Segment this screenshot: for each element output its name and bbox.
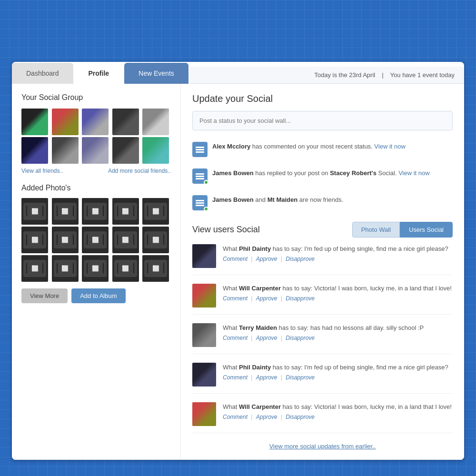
post-2-content: What Will Carpenter has to say: Victoria… <box>223 284 453 302</box>
post-1-disapprove[interactable]: Disapprove <box>286 256 315 262</box>
svg-rect-43 <box>147 263 164 274</box>
post-1-avatar[interactable] <box>192 244 216 268</box>
post-2-actions: Comment | Approve | Disapprove <box>223 295 453 302</box>
tab-profile[interactable]: Profile <box>74 62 124 84</box>
view-all-friends-link[interactable]: View all friends.. <box>21 168 63 174</box>
svg-rect-4 <box>57 206 74 217</box>
view-more-social-link[interactable]: View more social updates from earlier.. <box>269 443 376 450</box>
post-2-body: Victoria! I was born, lucky me, in a lan… <box>314 285 452 292</box>
post-3-disapprove[interactable]: Disapprove <box>286 335 315 341</box>
post-4-avatar[interactable] <box>192 363 216 387</box>
post-4-approve[interactable]: Approve <box>256 374 278 381</box>
friend-thumb-9[interactable] <box>112 137 139 164</box>
post-3-comment[interactable]: Comment <box>223 335 248 341</box>
social-btn-group: Photo Wall Users Social <box>352 222 453 238</box>
svg-point-35 <box>60 266 63 269</box>
friend-thumb-7[interactable] <box>52 137 79 164</box>
svg-rect-10 <box>117 206 134 217</box>
sep-1a: | <box>251 256 254 262</box>
post-5-avatar[interactable] <box>192 402 216 426</box>
photo-wall-button[interactable]: Photo Wall <box>352 222 400 238</box>
friends-grid <box>21 109 171 164</box>
green-dot-icon-2 <box>204 207 208 211</box>
photo-thumb-10[interactable] <box>142 227 169 253</box>
friend-thumb-10[interactable] <box>142 137 169 164</box>
notif-2-link[interactable]: View it now <box>398 169 430 177</box>
photo-thumb-14[interactable] <box>112 255 139 282</box>
add-to-album-button[interactable]: Add to Album <box>71 288 125 303</box>
notif-1-link[interactable]: View it now <box>374 143 406 150</box>
social-post-5: What Will Carpenter has to say: Victoria… <box>192 402 453 433</box>
photo-thumb-6[interactable] <box>21 227 48 253</box>
friend-thumb-8[interactable] <box>82 137 109 164</box>
sep-4a: | <box>251 374 254 381</box>
photo-thumb-5[interactable] <box>142 198 169 225</box>
photo-thumb-8[interactable] <box>82 227 109 253</box>
post-1-prefix: has to say: <box>273 245 304 252</box>
post-5-prefix: has to say: <box>283 403 314 410</box>
post-2-user: Will Carpenter <box>239 285 281 292</box>
tab-dashboard[interactable]: Dashboard <box>12 63 73 84</box>
friend-thumb-2[interactable] <box>52 109 79 135</box>
add-more-friends-link[interactable]: Add more social friends.. <box>108 168 171 174</box>
post-4-user: Phil Dainty <box>239 364 271 371</box>
svg-point-38 <box>89 266 93 269</box>
friend-thumb-4[interactable] <box>112 109 139 135</box>
post-4-comment[interactable]: Comment <box>223 374 248 381</box>
users-social-button[interactable]: Users Social <box>400 222 453 238</box>
post-5-body: Victoria! I was born, lucky me, in a lan… <box>314 403 452 410</box>
photo-thumb-15[interactable] <box>142 255 169 282</box>
post-1-approve[interactable]: Approve <box>256 256 278 262</box>
status-input[interactable] <box>192 111 453 130</box>
post-3-approve[interactable]: Approve <box>256 335 278 341</box>
post-5-approve[interactable]: Approve <box>256 414 278 420</box>
friend-thumb-6[interactable] <box>21 137 48 164</box>
post-2-text: What Will Carpenter has to say: Victoria… <box>223 284 453 293</box>
update-title: Update your Social <box>192 93 453 104</box>
notif-3-body2: are now friends. <box>299 196 344 203</box>
post-2-approve[interactable]: Approve <box>256 295 278 302</box>
right-panel: Update your Social Alex Mcclory has comm… <box>181 84 464 460</box>
post-1-text: What Phil Dainty has to say: I'm fed up … <box>223 244 453 254</box>
sep-1b: | <box>281 256 284 262</box>
post-1-actions: Comment | Approve | Disapprove <box>223 256 453 262</box>
main-container: Dashboard Profile New Events Today is th… <box>12 62 464 460</box>
post-2-comment[interactable]: Comment <box>223 295 248 302</box>
post-5-comment[interactable]: Comment <box>223 414 248 420</box>
sep-2a: | <box>251 295 254 302</box>
tab-new-events[interactable]: New Events <box>124 63 188 84</box>
svg-rect-1 <box>26 206 43 217</box>
notif-2-target: Stacey Robert's <box>330 169 377 177</box>
social-post-2: What Will Carpenter has to say: Victoria… <box>192 284 453 315</box>
post-3-avatar[interactable] <box>192 323 216 347</box>
notif-3-text: James Bowen and Mt Maiden are now friend… <box>212 195 343 205</box>
post-4-disapprove[interactable]: Disapprove <box>286 374 315 381</box>
photo-thumb-11[interactable] <box>21 255 48 282</box>
post-5-disapprove[interactable]: Disapprove <box>286 414 315 420</box>
added-photos-title: Added Photo's <box>21 184 171 192</box>
friend-thumb-1[interactable] <box>21 109 48 135</box>
post-1-comment[interactable]: Comment <box>223 256 248 262</box>
svg-point-23 <box>89 237 93 241</box>
photo-thumb-1[interactable] <box>21 198 48 225</box>
photo-thumb-12[interactable] <box>52 255 79 282</box>
friend-thumb-3[interactable] <box>82 109 109 135</box>
photo-thumb-4[interactable] <box>112 198 139 225</box>
post-1-content: What Phil Dainty has to say: I'm fed up … <box>223 244 453 262</box>
photo-thumb-13[interactable] <box>82 255 109 282</box>
post-2-disapprove[interactable]: Disapprove <box>286 295 315 302</box>
post-2-avatar[interactable] <box>192 284 216 307</box>
view-users-social-title: View users Social <box>192 225 352 235</box>
view-more-button[interactable]: View More <box>21 288 68 303</box>
svg-rect-31 <box>26 263 43 274</box>
friend-thumb-5[interactable] <box>142 109 169 135</box>
photo-thumb-3[interactable] <box>82 198 109 225</box>
photo-thumb-2[interactable] <box>52 198 79 225</box>
photo-thumb-9[interactable] <box>112 227 139 253</box>
svg-rect-25 <box>117 234 134 246</box>
photo-thumb-7[interactable] <box>52 227 79 253</box>
notif-3-body: and <box>255 196 267 203</box>
svg-rect-40 <box>117 263 134 274</box>
notif-2-body: has replied to your post on <box>255 169 330 177</box>
notif-2-user: James Bowen <box>212 169 254 177</box>
